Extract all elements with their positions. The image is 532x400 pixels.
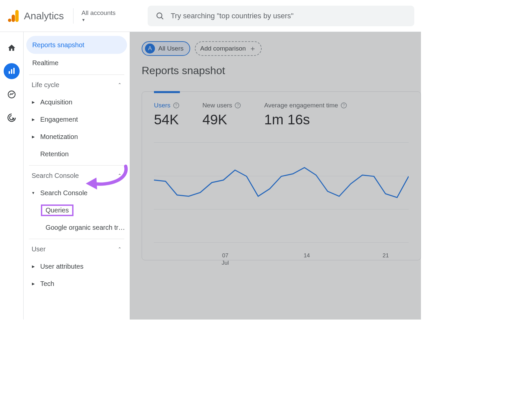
analytics-logo-icon bbox=[8, 10, 19, 22]
help-icon[interactable]: ? bbox=[173, 102, 179, 108]
add-comparison-chip[interactable]: Add comparison ＋ bbox=[195, 41, 262, 56]
help-icon[interactable]: ? bbox=[235, 102, 241, 108]
explore-icon bbox=[7, 90, 16, 99]
metric-users[interactable]: Users ? 54K bbox=[154, 102, 179, 128]
divider bbox=[29, 74, 124, 75]
svg-point-2 bbox=[8, 19, 11, 22]
nav-realtime[interactable]: Realtime bbox=[26, 54, 127, 72]
divider bbox=[73, 8, 73, 24]
rail-reports[interactable] bbox=[4, 63, 20, 79]
rail-advertising[interactable] bbox=[4, 110, 20, 126]
nav-label: Reports snapshot bbox=[32, 41, 84, 49]
caret-right-icon: ▶ bbox=[31, 264, 36, 269]
nav-queries[interactable]: Queries bbox=[26, 201, 127, 219]
bar-chart-icon bbox=[8, 67, 16, 75]
search-input[interactable] bbox=[171, 12, 407, 20]
x-tick: 07 Jul bbox=[222, 252, 229, 267]
nav-label: Queries bbox=[46, 206, 69, 214]
nav-label: Engagement bbox=[40, 116, 78, 123]
svg-rect-7 bbox=[13, 68, 15, 74]
nav-label: Tech bbox=[40, 280, 54, 288]
metrics-row: Users ? 54K New users ? 49K Average enga… bbox=[154, 102, 409, 128]
home-icon bbox=[7, 44, 16, 52]
svg-rect-0 bbox=[15, 10, 19, 22]
account-selector[interactable]: All accounts ▼ bbox=[81, 9, 115, 22]
segment-label: All Users bbox=[158, 45, 184, 52]
segment-badge: A bbox=[145, 44, 155, 54]
nav-label: Realtime bbox=[32, 59, 59, 67]
x-tick-sublabel: Jul bbox=[222, 259, 229, 267]
section-label: Search Console bbox=[32, 172, 79, 180]
svg-rect-1 bbox=[12, 15, 15, 22]
left-rail bbox=[0, 32, 24, 320]
caret-right-icon: ▶ bbox=[31, 135, 36, 139]
divider bbox=[29, 165, 124, 166]
chevron-up-icon: ⌃ bbox=[118, 246, 122, 252]
nav-acquisition[interactable]: ▶ Acquisition bbox=[26, 93, 127, 111]
metric-label-text: Average engagement time bbox=[264, 102, 338, 109]
x-tick-label: 14 bbox=[304, 252, 310, 259]
main-content: A All Users Add comparison ＋ Reports sna… bbox=[130, 32, 421, 320]
nav-label: Search Console bbox=[40, 189, 87, 197]
caret-down-icon: ▼ bbox=[81, 18, 85, 22]
nav-monetization[interactable]: ▶ Monetization bbox=[26, 128, 127, 145]
target-click-icon bbox=[7, 113, 17, 123]
svg-point-3 bbox=[157, 13, 162, 18]
svg-rect-5 bbox=[9, 71, 10, 74]
nav-label: Monetization bbox=[40, 133, 78, 141]
header: Analytics All accounts ▼ bbox=[0, 0, 421, 32]
caret-down-icon: ▼ bbox=[31, 191, 36, 195]
x-tick: 14 bbox=[304, 252, 310, 259]
nav-tech[interactable]: ▶ Tech bbox=[26, 275, 127, 292]
rail-explore[interactable] bbox=[4, 86, 20, 102]
chart-line-path bbox=[154, 143, 409, 242]
rail-home[interactable] bbox=[4, 40, 20, 56]
plus-icon: ＋ bbox=[249, 44, 256, 54]
help-icon[interactable]: ? bbox=[341, 102, 347, 108]
caret-right-icon: ▶ bbox=[31, 282, 36, 286]
sidebar: Reports snapshot Realtime Life cycle ⌃ ▶… bbox=[24, 32, 130, 320]
nav-label: Retention bbox=[40, 150, 69, 158]
metric-value: 54K bbox=[154, 112, 179, 128]
metrics-card: Users ? 54K New users ? 49K Average enga… bbox=[142, 91, 421, 260]
svg-line-4 bbox=[161, 17, 163, 19]
nav-retention[interactable]: Retention bbox=[26, 145, 127, 163]
nav-reports-snapshot[interactable]: Reports snapshot bbox=[26, 36, 127, 54]
section-label: User bbox=[32, 245, 46, 253]
x-tick-label: 07 bbox=[222, 252, 229, 259]
account-label: All accounts bbox=[81, 9, 115, 17]
metric-avg-engagement[interactable]: Average engagement time ? 1m 16s bbox=[264, 102, 347, 128]
line-chart: 07 Jul 14 21 bbox=[154, 142, 409, 252]
chevron-up-icon: ⌃ bbox=[118, 82, 122, 87]
nav-engagement[interactable]: ▶ Engagement bbox=[26, 111, 127, 128]
x-tick-label: 21 bbox=[383, 252, 389, 259]
metric-value: 49K bbox=[202, 112, 241, 128]
x-tick: 21 bbox=[383, 252, 389, 259]
page-title: Reports snapshot bbox=[142, 65, 421, 77]
section-search-console[interactable]: Search Console ⌃ bbox=[26, 167, 127, 184]
caret-right-icon: ▶ bbox=[31, 100, 36, 104]
nav-search-console-group[interactable]: ▼ Search Console bbox=[26, 184, 127, 201]
comparison-chips: A All Users Add comparison ＋ bbox=[142, 41, 421, 56]
section-life-cycle[interactable]: Life cycle ⌃ bbox=[26, 76, 127, 93]
section-label: Life cycle bbox=[32, 81, 59, 89]
metric-label-text: New users bbox=[202, 102, 232, 109]
search-icon bbox=[156, 12, 164, 20]
highlight-annotation: Queries bbox=[41, 204, 73, 216]
metric-label-text: Users bbox=[154, 102, 171, 109]
segment-chip[interactable]: A All Users bbox=[142, 41, 190, 56]
metric-value: 1m 16s bbox=[264, 112, 347, 128]
chevron-up-icon: ⌃ bbox=[118, 173, 122, 178]
add-comparison-label: Add comparison bbox=[200, 45, 246, 52]
caret-right-icon: ▶ bbox=[31, 117, 36, 122]
section-user[interactable]: User ⌃ bbox=[26, 240, 127, 258]
nav-label: User attributes bbox=[40, 263, 83, 270]
divider bbox=[29, 239, 124, 239]
nav-user-attributes[interactable]: ▶ User attributes bbox=[26, 258, 127, 275]
metric-new-users[interactable]: New users ? 49K bbox=[202, 102, 241, 128]
nav-google-organic[interactable]: Google organic search traf… bbox=[26, 219, 127, 236]
nav-label: Acquisition bbox=[40, 98, 72, 106]
search-bar[interactable] bbox=[148, 6, 415, 26]
logo-block[interactable]: Analytics bbox=[8, 10, 64, 22]
svg-rect-6 bbox=[11, 69, 12, 74]
